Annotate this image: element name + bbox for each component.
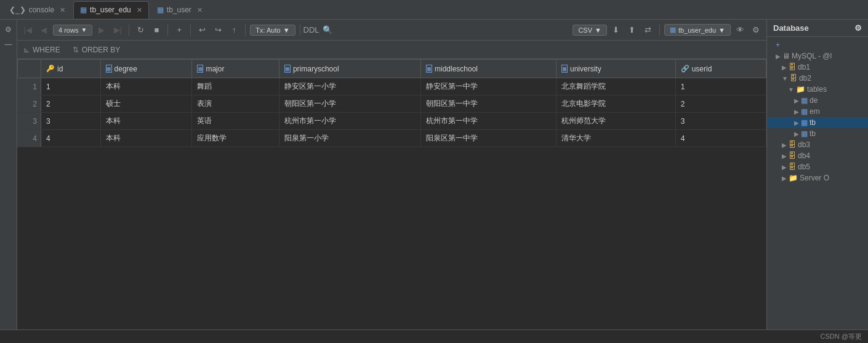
cell-middleschool[interactable]: 杭州市第一中学 — [420, 113, 556, 130]
stop-button[interactable]: ■ — [150, 23, 163, 37]
col-header-degree[interactable]: ▦ degree — [100, 60, 192, 78]
col-header-university[interactable]: ▦ university — [556, 60, 675, 78]
sidebar-item-server[interactable]: ▶ 🖥 MySQL - @l — [767, 50, 868, 62]
rows-badge[interactable]: 4 rows ▼ — [53, 25, 92, 36]
rows-chevron-icon: ▼ — [81, 26, 87, 33]
tab-tb-user[interactable]: ▦ tb_user ✕ — [150, 1, 209, 18]
compare-button[interactable]: ⇄ — [641, 23, 655, 37]
csv-dropdown[interactable]: CSV ▼ — [573, 25, 607, 36]
target-chevron-icon: ▼ — [718, 26, 725, 34]
search-button[interactable]: 🔍 — [321, 23, 334, 37]
cell-degree[interactable]: 硕士 — [100, 95, 192, 113]
cell-major[interactable]: 英语 — [192, 113, 279, 130]
cell-university[interactable]: 北京电影学院 — [556, 95, 675, 113]
sidebar-item-db3[interactable]: ▶ 🗄 db3 — [767, 139, 868, 150]
col-header-middleschool[interactable]: ▦ middleschool — [420, 60, 556, 78]
cell-id[interactable]: 3 — [41, 113, 101, 130]
cell-userid[interactable]: 1 — [675, 78, 766, 95]
add-row-button[interactable]: + — [172, 23, 186, 37]
last-row-button[interactable]: ▶| — [111, 23, 124, 37]
tab-tb-user-edu[interactable]: ▦ tb_user_edu ✕ — [73, 1, 149, 18]
col-header-major[interactable]: ▦ major — [192, 60, 279, 78]
fk-icon-userid: 🔗 — [681, 65, 689, 73]
cell-degree[interactable]: 本科 — [100, 78, 192, 95]
col-type-icon-ps: ▦ — [284, 65, 291, 73]
tab-console[interactable]: ❮_❯ console ✕ — [2, 1, 72, 18]
db5-icon: 🗄 — [789, 163, 796, 171]
sidebar-gear-icon[interactable]: ⚙ — [854, 23, 862, 33]
sidebar-item-em-table[interactable]: ▶ ▦ em — [767, 106, 868, 117]
cell-userid[interactable]: 3 — [675, 113, 766, 130]
cell-university[interactable]: 北京舞蹈学院 — [556, 78, 675, 95]
table-row[interactable]: 44本科应用数学阳泉第一小学阳泉区第一中学清华大学4 — [18, 130, 766, 147]
cell-userid[interactable]: 4 — [675, 130, 766, 147]
sidebar-header: Database ⚙ — [767, 20, 868, 37]
sidebar-item-server-o[interactable]: ▶ 📁 Server O — [767, 172, 868, 184]
cell-userid[interactable]: 2 — [675, 95, 766, 113]
view-button[interactable]: 👁 — [733, 23, 747, 37]
sidebar-item-db2[interactable]: ▼ 🗄 db2 — [767, 73, 868, 84]
tab-console-close[interactable]: ✕ — [60, 6, 65, 14]
server-chevron-icon: ▶ — [776, 53, 781, 60]
sidebar-title: Database — [773, 23, 809, 33]
cell-major[interactable]: 表演 — [192, 95, 279, 113]
cell-id[interactable]: 4 — [41, 130, 101, 147]
sidebar-item-tb2-table[interactable]: ▶ ▦ tb — [767, 128, 868, 139]
table-row[interactable]: 22硕士表演朝阳区第一小学朝阳区第一中学北京电影学院2 — [18, 95, 766, 113]
cell-major[interactable]: 舞蹈 — [192, 78, 279, 95]
cell-major[interactable]: 应用数学 — [192, 130, 279, 147]
import-button[interactable]: ⬆ — [625, 23, 639, 37]
sidebar-item-de-table[interactable]: ▶ ▦ de — [767, 95, 868, 106]
where-filter[interactable]: ⊾ WHERE — [23, 46, 60, 54]
db3-chevron-icon: ▶ — [782, 142, 787, 148]
sidebar-item-db5[interactable]: ▶ 🗄 db5 — [767, 161, 868, 172]
cell-id[interactable]: 1 — [41, 78, 101, 95]
table-icon-target: ▦ — [670, 26, 676, 34]
sidebar-item-db1[interactable]: ▶ 🗄 db1 — [767, 62, 868, 73]
cell-id[interactable]: 2 — [41, 95, 101, 113]
target-dropdown[interactable]: ▦ tb_user_edu ▼ — [664, 24, 731, 36]
tables-folder-icon: 📁 — [796, 85, 805, 94]
export-button[interactable]: ⬇ — [609, 23, 623, 37]
order-by-filter[interactable]: ⇅ ORDER BY — [73, 46, 121, 54]
redo-button[interactable]: ↪ — [211, 23, 225, 37]
sidebar-item-add[interactable]: + — [767, 39, 868, 50]
table-row[interactable]: 11本科舞蹈静安区第一小学静安区第一中学北京舞蹈学院1 — [18, 78, 766, 95]
col-header-primaryschool[interactable]: ▦ primaryschool — [279, 60, 420, 78]
refresh-button[interactable]: ↻ — [134, 23, 147, 37]
col-header-id[interactable]: 🔑 id — [41, 60, 101, 78]
undo-button[interactable]: ↩ — [195, 23, 209, 37]
settings-icon[interactable]: ⚙ — [2, 23, 15, 36]
cell-middleschool[interactable]: 阳泉区第一中学 — [420, 130, 556, 147]
cell-middleschool[interactable]: 静安区第一中学 — [420, 78, 556, 95]
cell-university[interactable]: 清华大学 — [556, 130, 675, 147]
cell-primaryschool[interactable]: 阳泉第一小学 — [279, 130, 420, 147]
col-type-icon-degree: ▦ — [106, 65, 112, 73]
cell-primaryschool[interactable]: 朝阳区第一小学 — [279, 95, 420, 113]
minimize-icon[interactable]: — — [2, 38, 15, 50]
ddl-button[interactable]: DDL — [305, 23, 318, 37]
tab-tb-user-close[interactable]: ✕ — [197, 6, 203, 14]
tx-dropdown[interactable]: Tx: Auto ▼ — [250, 25, 295, 36]
prev-row-button[interactable]: ◀ — [37, 23, 50, 37]
cell-degree[interactable]: 本科 — [100, 113, 192, 130]
de-table-icon: ▦ — [801, 96, 808, 105]
table-row[interactable]: 33本科英语杭州市第一小学杭州市第一中学杭州师范大学3 — [18, 113, 766, 130]
sidebar-item-db4[interactable]: ▶ 🗄 db4 — [767, 150, 868, 161]
cell-middleschool[interactable]: 朝阳区第一中学 — [420, 95, 556, 113]
sidebar-item-tables-folder[interactable]: ▼ 📁 tables — [767, 84, 868, 95]
gear-button[interactable]: ⚙ — [749, 23, 763, 37]
cell-university[interactable]: 杭州师范大学 — [556, 113, 675, 130]
tb2-table-icon: ▦ — [801, 129, 808, 138]
cell-degree[interactable]: 本科 — [100, 130, 192, 147]
next-row-button[interactable]: ▶ — [95, 23, 108, 37]
sidebar-item-tb-table[interactable]: ▶ ▦ tb — [767, 117, 868, 128]
tab-tb-user-edu-close[interactable]: ✕ — [137, 6, 142, 14]
db2-label: db2 — [799, 74, 811, 83]
data-table-container[interactable]: 🔑 id ▦ degree — [17, 59, 766, 329]
cell-primaryschool[interactable]: 杭州市第一小学 — [279, 113, 420, 130]
cell-primaryschool[interactable]: 静安区第一小学 — [279, 78, 420, 95]
first-row-button[interactable]: |◀ — [21, 23, 34, 37]
up-button[interactable]: ↑ — [227, 23, 241, 37]
col-header-userid[interactable]: 🔗 userid — [675, 60, 766, 78]
